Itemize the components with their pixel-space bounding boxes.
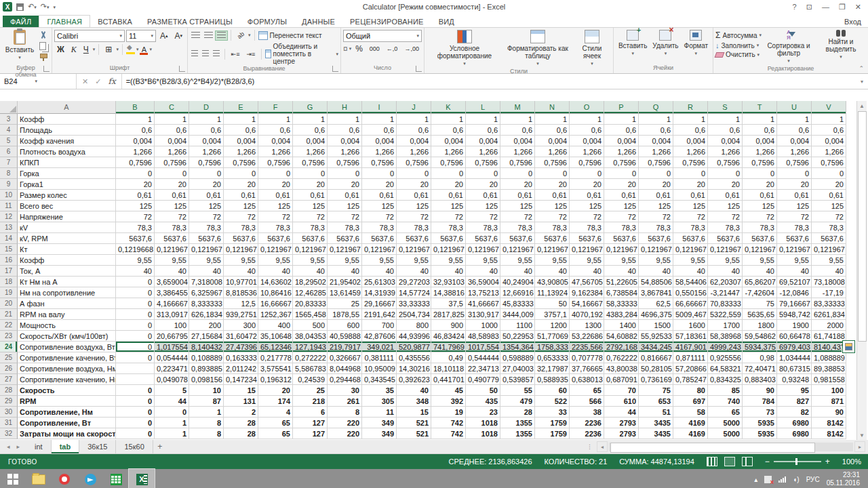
- cell-N11[interactable]: 125: [535, 201, 570, 211]
- horizontal-scrollbar[interactable]: [609, 443, 853, 451]
- cell-O15[interactable]: 0,121967: [570, 244, 604, 255]
- select-all-corner[interactable]: [0, 101, 18, 114]
- cell-P3[interactable]: 1: [604, 114, 639, 125]
- cell-S11[interactable]: 125: [708, 201, 743, 211]
- cell-B32[interactable]: 0: [116, 428, 155, 439]
- scroll-right-icon[interactable]: ▸: [854, 441, 865, 452]
- cell-V31[interactable]: 8142: [812, 418, 846, 428]
- cell-M30[interactable]: 28: [500, 407, 535, 418]
- format-painter-icon[interactable]: [39, 53, 48, 61]
- cell-P16[interactable]: 9,55: [604, 255, 639, 266]
- cell-Q26[interactable]: 50,28105: [639, 363, 673, 374]
- cell-D20[interactable]: 8,333333: [189, 298, 224, 309]
- taskbar-opera[interactable]: [52, 469, 77, 488]
- column-header-H[interactable]: H: [328, 101, 362, 114]
- cell-C28[interactable]: 5: [155, 385, 189, 396]
- cell-O30[interactable]: 38: [570, 407, 604, 418]
- cell-A29[interactable]: RPM: [18, 396, 116, 407]
- cell-T32[interactable]: 5935: [743, 428, 777, 439]
- cell-C13[interactable]: 78,3: [155, 222, 189, 233]
- cell-S10[interactable]: 0,61: [708, 190, 743, 201]
- cell-E3[interactable]: 1: [224, 114, 258, 125]
- cell-F28[interactable]: 20: [258, 385, 293, 396]
- cell-T18[interactable]: 65,86207: [743, 277, 777, 287]
- cell-G31[interactable]: 127: [293, 418, 328, 428]
- cell-V3[interactable]: 1: [812, 114, 846, 125]
- cell-R20[interactable]: 66,66667: [673, 298, 708, 309]
- increase-decimal-icon[interactable]: ←,0: [384, 45, 401, 52]
- cell-T31[interactable]: 5935: [743, 418, 777, 428]
- cell-P9[interactable]: 20: [604, 179, 639, 190]
- cell-T11[interactable]: 125: [743, 201, 777, 211]
- cell-U25[interactable]: 1,034444: [777, 352, 812, 363]
- cell-C24[interactable]: 1,017554: [155, 342, 189, 352]
- cell-O31[interactable]: 2236: [570, 418, 604, 428]
- format-cells-button[interactable]: Формат▾: [682, 29, 711, 58]
- cell-N4[interactable]: 0,6: [535, 125, 570, 136]
- clipboard-dialog-launcher-icon[interactable]: [43, 66, 50, 72]
- cell-F24[interactable]: 65,12346: [258, 342, 293, 352]
- cell-I22[interactable]: 700: [362, 320, 397, 331]
- cell-N17[interactable]: 40: [535, 266, 570, 277]
- cell-N28[interactable]: 60: [535, 385, 570, 396]
- cell-T25[interactable]: 0,98: [743, 352, 777, 363]
- cell-L5[interactable]: 0,004: [466, 136, 500, 146]
- cell-J19[interactable]: 14,57724: [397, 287, 431, 298]
- cell-P18[interactable]: 51,22605: [604, 277, 639, 287]
- cell-P26[interactable]: 43,80038: [604, 363, 639, 374]
- cell-I9[interactable]: 20: [362, 179, 397, 190]
- cell-H31[interactable]: 220: [328, 418, 362, 428]
- cell-M32[interactable]: 1355: [500, 428, 535, 439]
- cell-M12[interactable]: 72: [500, 211, 535, 222]
- cell-M5[interactable]: 0,004: [500, 136, 535, 146]
- cell-J9[interactable]: 20: [397, 179, 431, 190]
- cell-Q21[interactable]: 4696,375: [639, 309, 673, 320]
- cell-C19[interactable]: 3,386455: [155, 287, 189, 298]
- row-header-18[interactable]: 18: [0, 277, 18, 287]
- cell-L15[interactable]: 0,121967: [466, 244, 500, 255]
- cell-N14[interactable]: 5637,6: [535, 233, 570, 244]
- cell-M3[interactable]: 1: [500, 114, 535, 125]
- cell-K17[interactable]: 40: [431, 266, 466, 277]
- cell-O32[interactable]: 2236: [570, 428, 604, 439]
- cell-T7[interactable]: 0,7596: [743, 157, 777, 168]
- cell-M21[interactable]: 3444,009: [500, 309, 535, 320]
- cell-S30[interactable]: 65: [708, 407, 743, 418]
- cell-A23[interactable]: Скорость/ХВт (кмч/100вт): [18, 331, 116, 342]
- row-header-17[interactable]: 17: [0, 266, 18, 277]
- cell-J12[interactable]: 72: [397, 211, 431, 222]
- cell-J28[interactable]: 40: [397, 385, 431, 396]
- cell-E11[interactable]: 125: [224, 201, 258, 211]
- cell-N3[interactable]: 1: [535, 114, 570, 125]
- cell-O13[interactable]: 78,3: [570, 222, 604, 233]
- cell-A20[interactable]: А фазн: [18, 298, 116, 309]
- cell-P15[interactable]: 0,121967: [604, 244, 639, 255]
- cell-G12[interactable]: 72: [293, 211, 328, 222]
- row-header-28[interactable]: 28: [0, 385, 18, 396]
- cell-F22[interactable]: 400: [258, 320, 293, 331]
- cell-I12[interactable]: 72: [362, 211, 397, 222]
- cell-J24[interactable]: 520,9877: [397, 342, 431, 352]
- cell-G8[interactable]: 0: [293, 168, 328, 179]
- cell-M15[interactable]: 0,121967: [500, 244, 535, 255]
- cell-R11[interactable]: 125: [673, 201, 708, 211]
- save-icon[interactable]: [16, 3, 24, 11]
- cell-C8[interactable]: 0: [155, 168, 189, 179]
- vertical-scrollbar[interactable]: ▲ ▼: [856, 101, 867, 440]
- cell-F20[interactable]: 16,66667: [258, 298, 293, 309]
- insert-function-icon[interactable]: fx: [108, 77, 115, 86]
- cell-T21[interactable]: 5635,65: [743, 309, 777, 320]
- cell-D8[interactable]: 0: [189, 168, 224, 179]
- cell-M19[interactable]: 12,66916: [500, 287, 535, 298]
- cell-R19[interactable]: 0,550156: [673, 287, 708, 298]
- cell-U15[interactable]: 0,121967: [777, 244, 812, 255]
- cell-E32[interactable]: 28: [224, 428, 258, 439]
- cell-I16[interactable]: 9,55: [362, 255, 397, 266]
- cell-T5[interactable]: 0,004: [743, 136, 777, 146]
- cell-E12[interactable]: 72: [224, 211, 258, 222]
- cell-V8[interactable]: 0: [812, 168, 846, 179]
- cell-E29[interactable]: 131: [224, 396, 258, 407]
- zoom-in-icon[interactable]: +: [825, 458, 830, 466]
- cell-H27[interactable]: 0,294468: [328, 374, 362, 385]
- align-left-icon[interactable]: [190, 49, 199, 58]
